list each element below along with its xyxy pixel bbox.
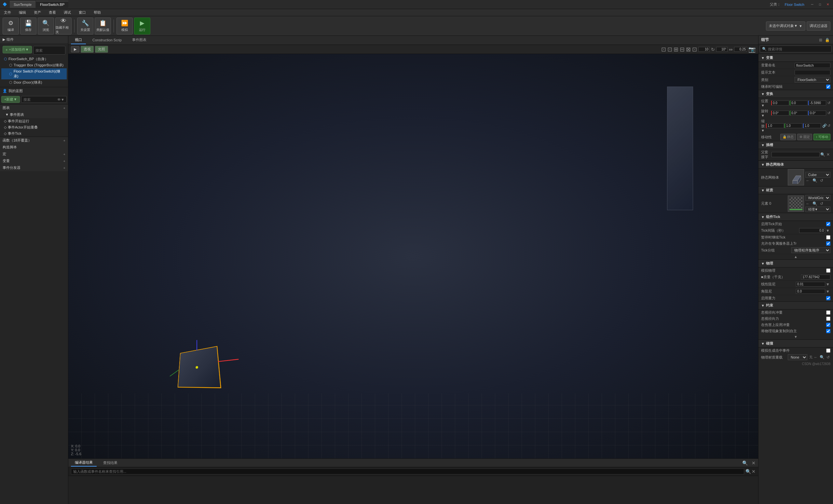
components-header[interactable]: ▶ 组件 bbox=[0, 36, 68, 43]
scale-reset-icon[interactable]: ↺ bbox=[828, 124, 830, 128]
details-view-button[interactable]: ⊞ bbox=[818, 38, 823, 42]
simulate-physics-checkbox[interactable] bbox=[826, 268, 830, 273]
tick-managed-checkbox[interactable] bbox=[826, 235, 830, 239]
compile-button[interactable]: ⚙ 编译 bbox=[3, 18, 19, 34]
scale-x-input[interactable] bbox=[766, 123, 784, 128]
variable-name-input[interactable] bbox=[794, 63, 830, 68]
class-settings-button[interactable]: 🔧 关设置 bbox=[77, 18, 93, 34]
details-lock-button[interactable]: 🔒 bbox=[824, 38, 830, 42]
viewport-icon-4[interactable]: ⊟ bbox=[680, 46, 685, 53]
search-output-icon[interactable]: 🔍 bbox=[742, 460, 748, 465]
tick-allow-checkbox[interactable] bbox=[826, 241, 830, 246]
menu-view[interactable]: 查看 bbox=[48, 9, 57, 16]
menu-edit[interactable]: 编辑 bbox=[18, 9, 27, 16]
material-path-select[interactable]: 经理▼ bbox=[805, 207, 831, 212]
add-macro-icon[interactable]: + bbox=[64, 152, 65, 156]
rotation-reset-icon[interactable]: ↺ bbox=[828, 111, 830, 115]
section-constraints[interactable]: ▼ 约束 bbox=[759, 301, 833, 309]
section-static-mesh[interactable]: ▼ 静态网格体 bbox=[759, 161, 833, 169]
add-variable-icon[interactable]: + bbox=[64, 159, 65, 163]
component-search-box[interactable] bbox=[33, 46, 65, 55]
hit-events-checkbox[interactable] bbox=[826, 349, 830, 353]
perspective-button[interactable]: 透视 bbox=[81, 46, 94, 53]
hide-button[interactable]: 👁 隐藏不相关 bbox=[55, 18, 72, 34]
rotation-snap-input[interactable] bbox=[716, 47, 728, 52]
menu-file[interactable]: 文件 bbox=[3, 9, 13, 16]
position-x-input[interactable] bbox=[771, 100, 789, 105]
clear-output-icon[interactable]: ✕ bbox=[752, 460, 756, 465]
event-tick[interactable]: ◇ 事件Tick bbox=[0, 130, 68, 137]
tree-item-floor-switch[interactable]: ⬡ Floor Switch (FloorSwitch)(继承) bbox=[1, 68, 67, 79]
section-collision[interactable]: ▼ 碰撞 bbox=[759, 339, 833, 347]
macros-header[interactable]: 宏 + bbox=[0, 151, 68, 158]
position-z-input[interactable] bbox=[808, 100, 826, 105]
tree-item-door[interactable]: ⬡ Door (Door)(继承) bbox=[1, 79, 67, 86]
viewport-icon-2[interactable]: ⊡ bbox=[667, 46, 672, 53]
section-material[interactable]: ▼ 材质 bbox=[759, 186, 833, 194]
tab-compiler-results[interactable]: 编译器结果 bbox=[71, 459, 97, 466]
event-graph-header[interactable]: ▼ 事件图表 bbox=[0, 111, 68, 118]
rotation-z-input[interactable] bbox=[808, 111, 826, 116]
mobility-static-button[interactable]: 🔒 静态 bbox=[780, 134, 796, 140]
new-blueprint-button[interactable]: +新建▼ bbox=[1, 96, 20, 103]
viewport-icon-1[interactable]: ⊡ bbox=[661, 46, 666, 53]
scale-y-input[interactable] bbox=[785, 123, 803, 128]
add-dispatcher-icon[interactable]: + bbox=[64, 166, 65, 170]
material-clear-button[interactable]: ↺ bbox=[819, 201, 824, 206]
scale-lock-icon[interactable]: 🔗 bbox=[822, 124, 827, 128]
tab-construction[interactable]: Construction Scrip bbox=[89, 37, 126, 44]
debug-object-dropdown[interactable]: 未选中调试对象▼ ▼ bbox=[766, 22, 805, 30]
find-close-icon[interactable]: ✕ bbox=[752, 469, 756, 474]
grid-snap-input[interactable] bbox=[698, 47, 710, 52]
category-select[interactable]: FloorSwitch bbox=[794, 77, 830, 82]
viewport-mode-button[interactable]: ▶ bbox=[71, 46, 79, 52]
gravity-checkbox[interactable] bbox=[826, 296, 830, 300]
blueprint-search-input[interactable] bbox=[23, 98, 57, 101]
viewport-icon-3[interactable]: ⊞ bbox=[673, 46, 679, 53]
slot-search-button[interactable]: 🔍 bbox=[820, 152, 826, 157]
mobility-movable-button[interactable]: ↕ 可移动 bbox=[813, 134, 830, 140]
menu-debug[interactable]: 调试 bbox=[63, 9, 72, 16]
debug-filter[interactable]: 调试过滤器 bbox=[807, 22, 830, 30]
details-search-input[interactable] bbox=[768, 47, 829, 51]
slot-clear-button[interactable]: ✕ bbox=[826, 152, 830, 157]
class-defaults-button[interactable]: 📋 类默认值 bbox=[95, 18, 111, 34]
tab-event-graph[interactable]: 事件图表 bbox=[128, 36, 150, 44]
menu-help[interactable]: 帮助 bbox=[92, 9, 102, 16]
mobility-fixed-button[interactable]: ⚙ 固定 bbox=[797, 134, 812, 140]
replicate-physics-checkbox[interactable] bbox=[826, 329, 830, 333]
tree-item-trigger[interactable]: ⬡ Tragger Box (TriggerBox)(继承) bbox=[1, 62, 67, 68]
angular-damping-input[interactable] bbox=[796, 289, 825, 294]
component-search-input[interactable] bbox=[35, 48, 63, 52]
add-function-icon[interactable]: + bbox=[64, 139, 65, 143]
mass-input[interactable] bbox=[801, 274, 830, 280]
physics-material-select[interactable]: None bbox=[788, 354, 807, 360]
tab-find-results[interactable]: 查找结果 bbox=[99, 459, 121, 466]
mesh-clear-button[interactable]: ↺ bbox=[819, 178, 824, 183]
position-reset-icon[interactable]: ↺ bbox=[828, 101, 830, 105]
viewport-icon-6[interactable]: ⊡ bbox=[692, 46, 697, 53]
tick-group-select[interactable]: 物理程序集顺序 bbox=[791, 247, 830, 253]
maximize-button[interactable]: □ bbox=[817, 2, 823, 7]
construction-header[interactable]: 构造脚本 bbox=[0, 144, 68, 151]
material-select[interactable]: WorldGridMaterial bbox=[805, 195, 831, 201]
simulate-button[interactable]: ⏩ 模拟 bbox=[117, 18, 133, 34]
section-transform[interactable]: ▼ 变换 bbox=[759, 90, 833, 98]
position-y-input[interactable] bbox=[790, 100, 808, 105]
scale-snap-input[interactable] bbox=[734, 47, 747, 52]
details-search[interactable]: 🔍 bbox=[760, 46, 832, 52]
linear-damping-input[interactable] bbox=[796, 282, 825, 287]
apply-impulse-checkbox[interactable] bbox=[826, 323, 830, 327]
viewport-icon-5[interactable]: ⊠ bbox=[686, 46, 691, 53]
mesh-select[interactable]: Cube bbox=[805, 172, 831, 178]
graphs-header[interactable]: 图表 + bbox=[0, 104, 68, 111]
rotation-y-input[interactable] bbox=[790, 111, 808, 116]
editable-checkbox[interactable] bbox=[826, 85, 830, 89]
find-references-input[interactable] bbox=[71, 469, 744, 474]
functions-header[interactable]: 函数（18开覆盖） + bbox=[0, 137, 68, 144]
mesh-back-button[interactable]: ← bbox=[805, 178, 811, 183]
viewport-canvas[interactable]: X: 0.0 Y: 0.0 Z: -5.6 bbox=[68, 54, 758, 458]
tick-start-checkbox[interactable] bbox=[826, 222, 830, 226]
section-physics[interactable]: ▼ 物理 bbox=[759, 259, 833, 267]
scale-z-input[interactable] bbox=[803, 123, 821, 128]
